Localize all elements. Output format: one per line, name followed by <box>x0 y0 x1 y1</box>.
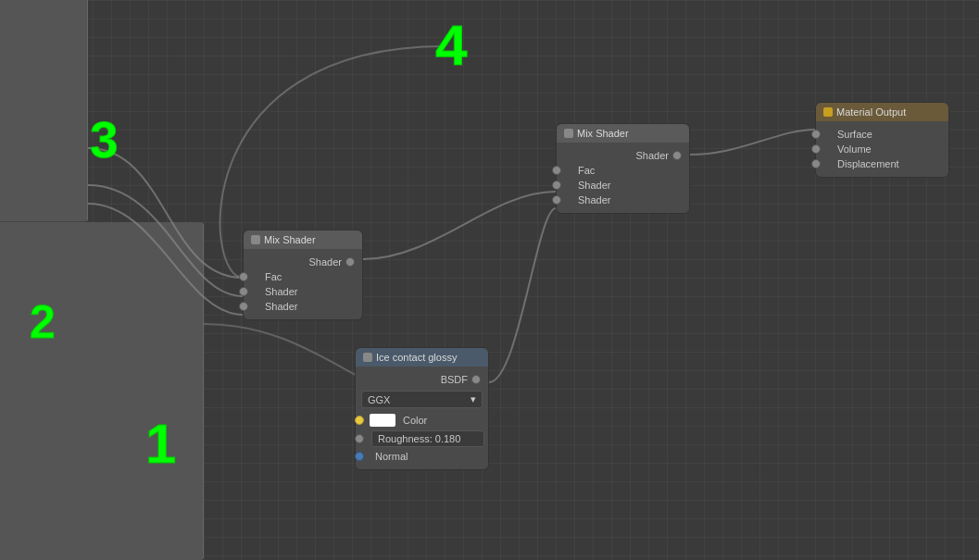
ice-glossy-icon <box>363 353 372 362</box>
shader-output-row: Shader <box>244 255 362 269</box>
material-output-icon <box>823 107 833 117</box>
shader2-input-label: Shader <box>252 301 297 312</box>
fac-input-row-right: Fac <box>557 163 689 178</box>
roughness-input-row: Roughness: 0.180 <box>356 429 488 449</box>
surface-input-socket <box>811 130 821 139</box>
normal-input-socket <box>355 452 364 461</box>
left-panel-bottom <box>0 222 204 560</box>
annotation-4: 4 <box>433 9 484 81</box>
shader1-input-socket-right <box>552 180 561 190</box>
volume-input-socket <box>811 144 821 154</box>
shader-output-label: Shader <box>309 256 342 268</box>
node-icon <box>251 235 260 244</box>
node-icon-right <box>564 129 573 138</box>
shader1-input-socket <box>239 287 248 296</box>
bsdf-output-row: BSDF <box>356 372 488 387</box>
volume-input-label: Volume <box>824 143 872 155</box>
mix-shader-left-title: Mix Shader <box>264 234 316 245</box>
shader-output-row-right: Shader <box>557 148 689 163</box>
displacement-input-label: Displacement <box>824 158 899 169</box>
left-panel-top <box>0 0 88 222</box>
shader1-input-label-right: Shader <box>565 180 610 191</box>
mix-shader-node-left: Mix Shader Shader Fac Shader Shader <box>243 230 363 320</box>
dropdown-arrow-icon: ▾ <box>471 393 476 405</box>
ggx-dropdown[interactable]: GGX ▾ <box>361 391 483 408</box>
shader-output-label-right: Shader <box>636 150 669 161</box>
material-output-header: Material Output <box>816 103 948 121</box>
ice-glossy-header: Ice contact glossy <box>356 348 488 367</box>
color-swatch[interactable] <box>370 414 395 427</box>
shader2-input-row: Shader <box>244 299 362 314</box>
surface-input-row: Surface <box>816 127 948 142</box>
fac-input-row: Fac <box>244 269 362 284</box>
svg-text:4: 4 <box>435 13 468 74</box>
normal-input-row: Normal <box>356 449 488 464</box>
shader-output-socket <box>345 257 355 267</box>
shader1-input-row: Shader <box>244 284 362 299</box>
displacement-input-row: Displacement <box>816 156 948 171</box>
roughness-label: Roughness: 0.180 <box>378 433 460 444</box>
svg-text:3: 3 <box>90 111 119 167</box>
bsdf-output-socket <box>471 375 481 384</box>
volume-input-row: Volume <box>816 142 948 156</box>
roughness-input-socket <box>355 434 364 443</box>
surface-input-label: Surface <box>824 129 872 140</box>
color-input-socket <box>355 416 364 425</box>
ice-glossy-title: Ice contact glossy <box>376 352 457 363</box>
color-input-row: Color <box>356 412 488 429</box>
fac-input-socket-right <box>552 166 561 175</box>
annotation-3: 3 <box>88 106 139 173</box>
material-output-title: Material Output <box>836 106 906 118</box>
shader2-input-socket-right <box>552 195 561 205</box>
ice-glossy-node: Ice contact glossy BSDF GGX ▾ Color Roug… <box>355 347 489 470</box>
normal-input-label: Normal <box>375 451 408 462</box>
color-input-label: Color <box>403 415 427 426</box>
shader1-input-row-right: Shader <box>557 178 689 193</box>
displacement-input-socket <box>811 159 821 168</box>
shader2-input-row-right: Shader <box>557 193 689 207</box>
fac-input-label-right: Fac <box>565 165 595 176</box>
shader2-input-label-right: Shader <box>565 194 610 205</box>
shader-output-socket-right <box>672 151 682 160</box>
roughness-field[interactable]: Roughness: 0.180 <box>371 430 484 447</box>
shader1-input-label: Shader <box>252 286 297 297</box>
mix-shader-left-header: Mix Shader <box>244 230 362 249</box>
ice-glossy-body: BSDF GGX ▾ Color Roughness: 0.180 Normal <box>356 367 488 469</box>
material-output-node: Material Output Surface Volume Displacem… <box>815 102 949 178</box>
bsdf-output-label: BSDF <box>441 374 468 385</box>
fac-input-socket <box>239 272 248 281</box>
mix-shader-right-title: Mix Shader <box>577 128 629 139</box>
mix-shader-node-right: Mix Shader Shader Fac Shader Shader <box>556 123 690 214</box>
material-output-body: Surface Volume Displacement <box>816 121 948 177</box>
mix-shader-right-header: Mix Shader <box>557 124 689 143</box>
fac-input-label: Fac <box>252 271 282 282</box>
ggx-dropdown-value: GGX <box>368 394 390 405</box>
mix-shader-left-body: Shader Fac Shader Shader <box>244 249 362 319</box>
mix-shader-right-body: Shader Fac Shader Shader <box>557 143 689 213</box>
shader2-input-socket <box>239 302 248 311</box>
